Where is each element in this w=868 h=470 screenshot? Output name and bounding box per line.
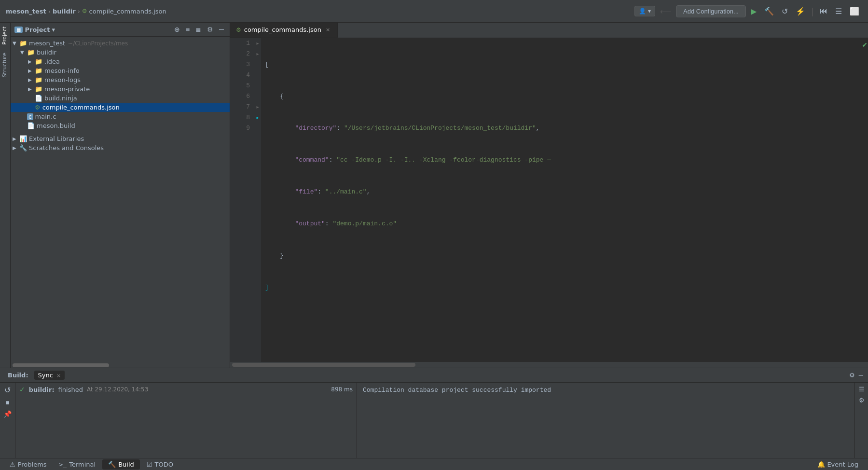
- scratch-icon: 🔧: [19, 144, 27, 152]
- bottom-left-panel: ↺ ■ 📌 ✓ buildir: finished At 29.12.2020,…: [0, 383, 357, 458]
- tree-item-build-ninja[interactable]: 📄 build.ninja: [11, 94, 230, 103]
- tree-item-meson-build[interactable]: ▶ 📄 meson.build: [11, 121, 230, 130]
- tab-label: compile_commands.json: [244, 26, 321, 33]
- tree-scrollbar-thumb[interactable]: [13, 363, 109, 367]
- tree-item-scratches[interactable]: ▶ 🔧 Scratches and Consoles: [11, 143, 230, 152]
- footer-tab-todo[interactable]: ☑ TODO: [141, 459, 179, 470]
- tree-label-build-ninja: build.ninja: [44, 95, 77, 102]
- fold-marker-7[interactable]: ▸: [256, 102, 259, 112]
- tree-arrow-external-libraries: ▶: [13, 136, 19, 141]
- footer-tab-terminal[interactable]: >_ Terminal: [54, 459, 102, 470]
- folder-icon-meson-info: 📁: [35, 67, 42, 74]
- breadcrumb-sep-1: ›: [48, 8, 51, 15]
- reload-button[interactable]: ↺: [779, 5, 791, 18]
- profile-button[interactable]: ⚡: [793, 5, 808, 18]
- build-rerun-button[interactable]: ↺: [3, 385, 12, 396]
- fold-gutter: ▸ ▸ · · · · ▸ ▸ ·: [254, 38, 261, 362]
- locate-file-button[interactable]: ⊕: [172, 25, 182, 34]
- problems-label: Problems: [18, 461, 47, 468]
- breadcrumb-file: ⚙ compile_commands.json: [82, 8, 166, 15]
- editor-h-scrollbar-track[interactable]: [230, 362, 868, 368]
- editor-area: ⚙ compile_commands.json × 1 2 3 4 5 6 7 …: [230, 23, 868, 368]
- fold-marker-3: ·: [257, 59, 258, 70]
- tree-item-meson-private[interactable]: ▶ 📁 meson-private: [11, 84, 230, 94]
- output-settings-button[interactable]: ⚙: [858, 396, 866, 405]
- add-configuration-button[interactable]: Add Configuration...: [676, 5, 746, 17]
- footer-tab-problems[interactable]: ⚠ Problems: [4, 459, 53, 470]
- build-footer-label: Build: [118, 461, 134, 468]
- tree-item-compile-commands[interactable]: ⚙ compile_commands.json: [11, 103, 230, 112]
- breadcrumb-folder[interactable]: buildir: [53, 8, 76, 15]
- tree-item-meson-test[interactable]: ▼ 📁 meson_test ~/CLionProjects/mes: [11, 39, 230, 48]
- editor-tabs: ⚙ compile_commands.json ×: [230, 23, 868, 38]
- validation-ok-icon: ✔: [862, 41, 868, 49]
- coverage-button[interactable]: ☰: [832, 5, 845, 18]
- code-line-3: "directory": "/Users/jetbrains/CLionProj…: [265, 123, 861, 134]
- bottom-panel-minimize-button[interactable]: ─: [858, 371, 864, 380]
- tab-icon: ⚙: [236, 27, 241, 33]
- tree-label-meson-logs: meson-logs: [44, 76, 81, 83]
- build-footer-icon: 🔨: [108, 461, 116, 468]
- title-bar-actions: 👤 ▾ ⟵ Add Configuration... ▶ 🔨 ↺ ⚡ | ⏮ ☰…: [634, 5, 862, 18]
- footer-tab-build[interactable]: 🔨 Build: [102, 459, 140, 470]
- tab-close-button[interactable]: ×: [324, 26, 331, 33]
- fold-marker-1[interactable]: ▸: [256, 38, 259, 49]
- tree-item-buildir[interactable]: ▼ 📁 buildir: [11, 48, 230, 57]
- tree-arrow-meson-logs: ▶: [28, 77, 35, 83]
- account-button[interactable]: 👤 ▾: [634, 6, 655, 16]
- folder-icon-meson-logs: 📁: [35, 76, 42, 83]
- build-pin-button[interactable]: 📌: [2, 409, 13, 419]
- bottom-panel: Build: Sync × ⚙ ─ ↺ ■ 📌: [0, 368, 868, 458]
- bottom-panel-tabs: Build: Sync × ⚙ ─: [0, 368, 868, 383]
- tree-path-meson-test: ~/CLionProjects/mes: [68, 40, 128, 47]
- event-log-button[interactable]: 🔔 Event Log: [812, 459, 864, 470]
- tree-item-external-libraries[interactable]: ▶ 📊 External Libraries: [11, 134, 230, 143]
- bottom-panel-settings-button[interactable]: ⚙: [848, 371, 856, 380]
- breadcrumb: meson_test › buildir › ⚙ compile_command…: [6, 8, 632, 15]
- output-filter-button[interactable]: ☰: [858, 385, 866, 394]
- line-num-3: 3: [238, 59, 250, 70]
- tree-item-meson-info[interactable]: ▶ 📁 meson-info: [11, 66, 230, 75]
- line-num-9: 9: [238, 123, 250, 134]
- line-numbers-gutter: 1 2 3 4 5 6 7 8 9: [230, 38, 254, 362]
- build-button[interactable]: 🔨: [761, 5, 777, 18]
- terminal-icon: >_: [59, 461, 67, 468]
- build-time: At 29.12.2020, 14:53: [87, 386, 148, 393]
- breadcrumb-file-icon: ⚙: [82, 8, 87, 14]
- bottom-tab-sync-close[interactable]: ×: [56, 373, 61, 379]
- tree-item-main-c[interactable]: ▶ c main.c: [11, 112, 230, 121]
- code-line-5: "file": "../main.c",: [265, 187, 861, 197]
- run-button[interactable]: ▶: [748, 5, 759, 18]
- settings-button[interactable]: ⚙: [205, 25, 215, 34]
- editor-h-scrollbar-thumb[interactable]: [232, 363, 415, 367]
- project-dropdown-icon[interactable]: ▾: [52, 26, 55, 33]
- code-content[interactable]: [ { "directory": "/Users/jetbrains/CLion…: [261, 38, 861, 362]
- fold-marker-2[interactable]: ▸: [256, 49, 259, 59]
- maximize-button[interactable]: ⬜: [847, 5, 862, 18]
- file-tree-actions: ⊕ ≡ ≣ ⚙ ─: [172, 25, 226, 34]
- collapse-all-button[interactable]: ≡: [184, 25, 192, 34]
- expand-all-button[interactable]: ≣: [193, 25, 203, 34]
- tree-label-meson-build: meson.build: [37, 122, 75, 129]
- sidebar-item-structure[interactable]: Structure: [0, 49, 10, 81]
- tree-item-idea[interactable]: ▶ 📁 .idea: [11, 57, 230, 66]
- line-num-7: 7: [238, 102, 250, 112]
- tree-label-buildir: buildir: [37, 49, 56, 56]
- tree-item-meson-logs[interactable]: ▶ 📁 meson-logs: [11, 75, 230, 84]
- breadcrumb-project[interactable]: meson_test: [6, 8, 46, 15]
- terminal-label: Terminal: [69, 461, 96, 468]
- code-line-7: }: [265, 250, 861, 261]
- build-stop-button[interactable]: ■: [4, 398, 10, 407]
- fold-marker-8[interactable]: ▸: [256, 112, 259, 123]
- sidebar-item-project[interactable]: Project: [0, 23, 10, 49]
- tree-scrollbar[interactable]: [11, 363, 230, 368]
- code-line-1: [: [265, 59, 861, 70]
- undo-button[interactable]: ⟵: [657, 5, 674, 18]
- bottom-tab-sync[interactable]: Sync ×: [34, 371, 65, 380]
- revert-button[interactable]: ⏮: [817, 5, 830, 17]
- minimize-panel-button[interactable]: ─: [217, 25, 226, 34]
- editor-tab-compile-commands[interactable]: ⚙ compile_commands.json ×: [230, 23, 338, 38]
- tree-label-scratches: Scratches and Consoles: [29, 144, 104, 152]
- breadcrumb-file-name[interactable]: compile_commands.json: [89, 8, 166, 15]
- build-row-buildir[interactable]: ✓ buildir: finished At 29.12.2020, 14:53…: [15, 383, 357, 396]
